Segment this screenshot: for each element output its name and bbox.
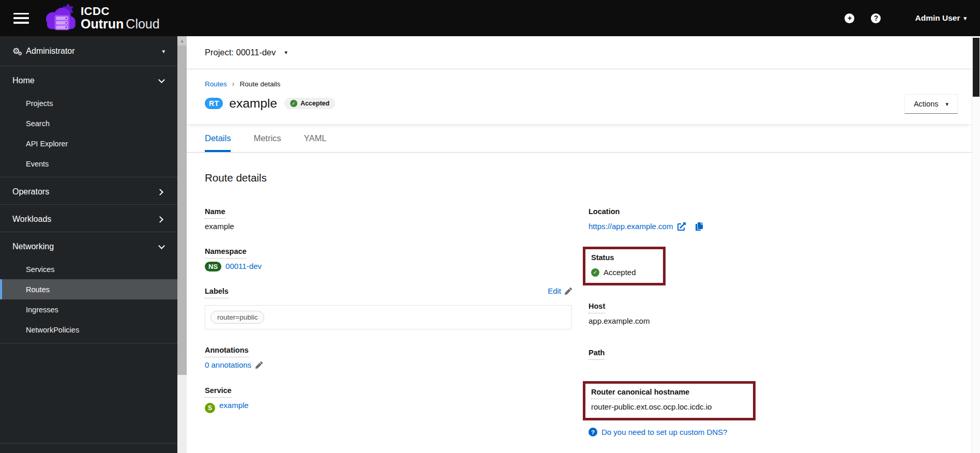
actions-dropdown[interactable]: Actions ▾ [904, 94, 958, 114]
field-host: Host app.example.com [589, 301, 949, 325]
help-icon[interactable]: ? [871, 13, 881, 23]
namespace-link[interactable]: 00011-dev [225, 262, 262, 270]
field-service-label: Service [205, 386, 232, 398]
brand-text: ICDC OutrunCloud [81, 5, 160, 32]
service-badge: S [205, 403, 215, 413]
labels-box: router=public [205, 305, 572, 329]
chevron-right-icon [157, 216, 163, 223]
field-router-value: router-public.ext.osc.ocp.loc.icdc.io [591, 402, 712, 411]
field-namespace: Namespace NS00011-dev [205, 247, 572, 270]
breadcrumb-current: Route details [239, 80, 280, 88]
tab-bar: Details Metrics YAML [187, 125, 972, 153]
nav-section-operators-toggle[interactable]: Operators [0, 177, 177, 204]
field-name: Name example [205, 207, 572, 231]
page-title: example [229, 96, 277, 111]
question-circle-icon: ? [589, 428, 597, 436]
nav-section-workloads-toggle[interactable]: Workloads [0, 205, 177, 232]
breadcrumb: Routes › Route details [205, 80, 954, 88]
details-section: Route details Name example Namespace NS0… [187, 153, 980, 436]
location-link[interactable]: https://app.example.com [589, 222, 673, 231]
service-link[interactable]: example [219, 401, 249, 410]
sidebar-item-events[interactable]: Events [0, 154, 177, 174]
page-header: Routes › Route details RT example ✓ Acce… [187, 69, 972, 125]
sidebar-item-services[interactable]: Services [0, 259, 177, 279]
header-toolbar: + ? Admin User ▾ [818, 13, 967, 23]
field-namespace-label: Namespace [205, 247, 247, 259]
sidebar-item-api-explorer[interactable]: API Explorer [0, 133, 177, 154]
field-status-value: ✓ Accepted [591, 268, 636, 277]
pencil-icon[interactable] [255, 361, 263, 369]
user-menu-label: Admin User [915, 13, 960, 23]
nav-toggle-icon[interactable] [13, 13, 29, 24]
breadcrumb-separator-icon: › [232, 80, 235, 88]
dns-help-row: ? Do you need to set up custom DNS? [589, 428, 949, 436]
router-annotation-box: Router canonical hostname router-public.… [583, 381, 756, 420]
details-right-column: Location https://app.example.com Status … [589, 207, 949, 436]
chevron-down-icon [158, 243, 165, 249]
external-link-icon[interactable] [677, 222, 686, 231]
namespace-badge: NS [205, 262, 221, 271]
field-annotations-label: Annotations [205, 346, 249, 357]
detail-grid: Name example Namespace NS00011-dev Label… [205, 207, 949, 436]
route-resource-badge: RT [205, 98, 223, 109]
sidebar-scrollbar[interactable]: ▲ [177, 36, 187, 453]
chevron-down-icon: ▾ [963, 15, 967, 22]
field-host-value: app.example.com [589, 316, 949, 325]
edit-labels-link[interactable]: Edit [548, 286, 572, 295]
chevron-down-icon: ▾ [162, 48, 165, 55]
main-content: Project: 00011-dev ▾ Routes › Route deta… [187, 36, 980, 453]
tab-metrics[interactable]: Metrics [253, 125, 281, 152]
brand-title: ICDC [81, 5, 160, 17]
nav-section-home-toggle[interactable]: Home [0, 66, 177, 93]
check-circle-icon: ✓ [290, 100, 297, 107]
annotations-link[interactable]: 0 annotations [205, 360, 251, 369]
brand-subtitle: OutrunCloud [81, 17, 160, 32]
field-router-annotated: Router canonical hostname router-public.… [589, 381, 949, 420]
chevron-right-icon [157, 189, 163, 195]
copy-icon[interactable] [695, 222, 703, 231]
field-location-label: Location [589, 207, 620, 216]
field-status-annotated: Status ✓ Accepted [589, 247, 949, 285]
chevron-down-icon: ▾ [284, 49, 288, 56]
field-location: Location https://app.example.com [589, 207, 949, 231]
field-labels-label: Labels [205, 287, 229, 298]
project-selector-label: Project: 00011-dev [205, 48, 276, 57]
add-icon[interactable]: + [845, 13, 854, 23]
field-name-label: Name [205, 207, 225, 219]
custom-dns-link[interactable]: Do you need to set up custom DNS? [601, 428, 727, 436]
sidebar-item-routes[interactable]: Routes [0, 279, 177, 299]
sidebar-item-networkpolicies[interactable]: NetworkPolicies [0, 320, 177, 340]
field-annotations: Annotations 0 annotations [205, 345, 572, 370]
app-launcher-icon[interactable] [818, 13, 828, 23]
brand-logo: ICDC OutrunCloud [43, 4, 160, 33]
details-left-column: Name example Namespace NS00011-dev Label… [205, 207, 572, 436]
sidebar-item-projects[interactable]: Projects [0, 93, 177, 113]
status-badge-label: Accepted [300, 100, 329, 107]
tab-yaml[interactable]: YAML [304, 125, 327, 152]
check-circle-icon: ✓ [591, 268, 599, 277]
main-scrollbar-thumb[interactable] [973, 38, 979, 97]
project-selector[interactable]: Project: 00011-dev ▾ [205, 48, 288, 57]
project-bar: Project: 00011-dev ▾ [187, 36, 972, 69]
status-annotation-box: Status ✓ Accepted [583, 247, 666, 285]
sidebar-item-search[interactable]: Search [0, 113, 177, 133]
perspective-switcher[interactable]: ⚙⚙ Administrator ▾ [0, 36, 177, 66]
sidebar-item-ingresses[interactable]: Ingresses [0, 299, 177, 320]
user-menu[interactable]: Admin User ▾ [915, 13, 967, 23]
field-path-label: Path [589, 349, 605, 360]
field-labels: Labels Edit router=public [205, 286, 572, 329]
tab-details[interactable]: Details [205, 125, 231, 152]
app-root: ICDC OutrunCloud + ? Admin User ▾ [0, 0, 980, 453]
field-service-value: Sexample [205, 401, 572, 413]
title-row: RT example ✓ Accepted [205, 96, 954, 111]
pencil-icon [565, 288, 572, 295]
breadcrumb-routes-link[interactable]: Routes [205, 80, 227, 88]
nav-section-networking-toggle[interactable]: Networking [0, 232, 177, 259]
main-scrollbar[interactable] [972, 36, 980, 453]
sidebar-scrollbar-thumb[interactable] [177, 46, 187, 375]
actions-label: Actions [914, 100, 939, 108]
gears-icon: ⚙⚙ [12, 47, 20, 55]
nav-section-workloads: Workloads [0, 205, 177, 232]
nav-section-home: Home Projects Search API Explorer Events [0, 66, 177, 177]
scrollbar-up-arrow-icon[interactable]: ▲ [177, 36, 187, 46]
